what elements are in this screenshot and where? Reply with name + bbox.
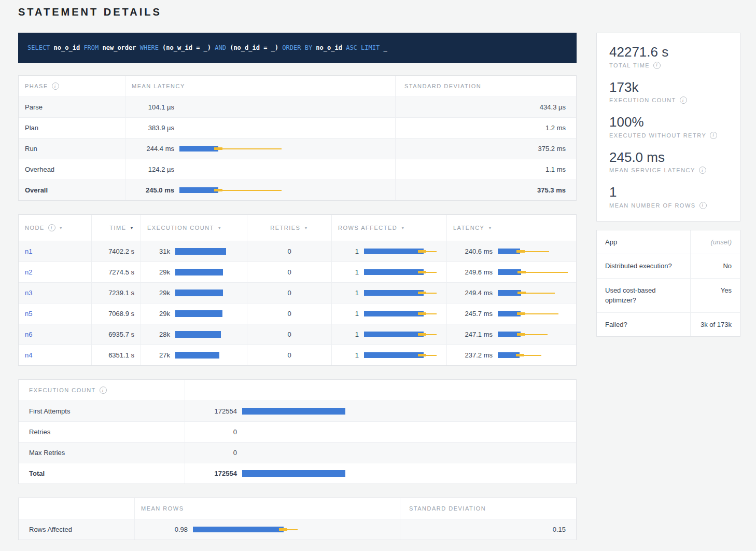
latency-column-header[interactable]: LATENCY ▼ bbox=[446, 215, 576, 241]
phase-name-cell: Overall bbox=[19, 180, 125, 200]
exec-row-label: Max Retries bbox=[29, 449, 65, 457]
sql-token: WHERE bbox=[140, 44, 162, 51]
mean-bar bbox=[175, 269, 223, 276]
mean-latency-column-header: MEAN LATENCY bbox=[125, 76, 395, 97]
phase-column-header: PHASE i bbox=[19, 76, 125, 97]
sort-arrow-icon[interactable]: ▼ bbox=[401, 226, 405, 230]
info-icon[interactable]: i bbox=[699, 202, 707, 209]
stat-label-text: MEAN SERVICE LATENCY bbox=[609, 167, 695, 173]
node-row: n6 6935.7 s 28k 0 1 247.1 ms bbox=[19, 324, 576, 345]
latency-bar-chart bbox=[179, 104, 389, 110]
statement-details-page: STATEMENT DETAILS SELECT no_o_id FROM ne… bbox=[0, 6, 756, 551]
stat-label-text: EXECUTION COUNT bbox=[609, 97, 676, 103]
sort-arrow-icon[interactable]: ▼ bbox=[130, 226, 134, 230]
exec-row-value-cell: 172554 bbox=[185, 401, 576, 421]
info-icon[interactable]: i bbox=[52, 82, 59, 90]
execution-count-header-spacer bbox=[185, 380, 576, 401]
latency-bar bbox=[498, 311, 570, 316]
execution-count-table: EXECUTION COUNT i First Attempts 172554 … bbox=[18, 379, 577, 484]
execution-count-column-header[interactable]: EXECUTION COUNT ▼ bbox=[141, 215, 247, 241]
mean-bar bbox=[179, 187, 218, 193]
phase-table-header: PHASE i MEAN LATENCY STANDARD DEVIATION bbox=[19, 76, 576, 97]
node-link[interactable]: n1 bbox=[25, 247, 32, 255]
mean-latency-value: 104.1 µs bbox=[132, 103, 174, 111]
latency-cell: 237.2 ms bbox=[446, 345, 576, 365]
stat-total-time: 42271.6 s TOTAL TIMEi bbox=[609, 44, 727, 69]
time-header-label: TIME bbox=[109, 225, 126, 231]
node-column-header[interactable]: NODE i ▼ bbox=[19, 215, 91, 241]
retries-header-label: RETRIES bbox=[270, 225, 300, 231]
mean-latency-header-label: MEAN LATENCY bbox=[132, 83, 185, 89]
sort-arrow-icon[interactable]: ▼ bbox=[218, 226, 222, 230]
latency-value: 240.6 ms bbox=[453, 247, 493, 255]
rows-affected-cell: 1 bbox=[331, 324, 446, 345]
node-row: n5 7068.9 s 29k 0 1 245.7 ms bbox=[19, 303, 576, 324]
node-link[interactable]: n3 bbox=[25, 289, 32, 297]
mean-tick bbox=[418, 292, 426, 294]
node-link[interactable]: n4 bbox=[25, 351, 32, 359]
execution-count-bar bbox=[175, 352, 241, 359]
page-title: STATEMENT DETAILS bbox=[18, 6, 756, 18]
execution-count-bar bbox=[175, 248, 241, 255]
mean-latency-cell: 124.2 µs bbox=[125, 159, 395, 180]
info-icon[interactable]: i bbox=[100, 387, 107, 394]
rows-affected-column-header[interactable]: ROWS AFFECTED ▼ bbox=[331, 215, 446, 241]
info-icon[interactable]: i bbox=[699, 167, 706, 174]
info-icon[interactable]: i bbox=[653, 62, 661, 69]
retries-cell: 0 bbox=[247, 345, 331, 365]
retries-column-header[interactable]: RETRIES ▼ bbox=[247, 215, 331, 241]
info-icon[interactable]: i bbox=[48, 224, 55, 231]
sql-token: no_o_id bbox=[54, 44, 84, 51]
mean-tick bbox=[517, 312, 525, 315]
phase-row: Parse 104.1 µs 434.3 µs bbox=[19, 97, 576, 117]
info-icon[interactable]: i bbox=[680, 97, 687, 104]
mean-tick bbox=[279, 528, 287, 531]
stat-executed-without-retry: 100% EXECUTED WITHOUT RETRYi bbox=[609, 114, 727, 139]
stat-mean-service-latency: 245.0 ms MEAN SERVICE LATENCYi bbox=[609, 149, 727, 174]
mean-latency-value: 383.9 µs bbox=[132, 124, 174, 132]
mean-tick bbox=[418, 271, 426, 273]
latency-cell: 249.4 ms bbox=[446, 283, 576, 303]
phase-table: PHASE i MEAN LATENCY STANDARD DEVIATION … bbox=[18, 75, 577, 201]
info-icon[interactable]: i bbox=[710, 132, 717, 139]
exec-row-value-cell: 0 bbox=[185, 422, 576, 442]
stat-value: 1 bbox=[609, 184, 727, 201]
stat-label-text: MEAN NUMBER OF ROWS bbox=[609, 202, 696, 209]
sort-arrow-icon[interactable]: ▼ bbox=[59, 226, 63, 230]
time-value: 6351.1 s bbox=[108, 351, 134, 359]
sort-arrow-icon[interactable]: ▼ bbox=[304, 226, 308, 230]
latency-bar bbox=[498, 269, 570, 275]
rows-affected-row: Rows Affected 0.98 0.15 bbox=[19, 519, 576, 540]
latency-bar-chart bbox=[179, 125, 389, 131]
exec-row-label: Retries bbox=[29, 428, 50, 436]
node-link[interactable]: n6 bbox=[25, 330, 32, 338]
stat-label: MEAN NUMBER OF ROWSi bbox=[609, 202, 727, 209]
rows-affected-label: Rows Affected bbox=[29, 526, 72, 533]
detail-label: Used cost-based optimizer? bbox=[597, 279, 690, 312]
phase-row: Plan 383.9 µs 1.2 ms bbox=[19, 117, 576, 138]
latency-value: 249.6 ms bbox=[453, 268, 493, 276]
detail-label: Distributed execution? bbox=[597, 254, 690, 278]
mean-rows-header-label: MEAN ROWS bbox=[141, 505, 184, 512]
mean-tick bbox=[418, 250, 426, 253]
stddev-cell: 375.2 ms bbox=[395, 139, 576, 159]
phase-name: Overhead bbox=[25, 166, 54, 173]
mean-tick bbox=[517, 271, 526, 273]
detail-value: (unset) bbox=[690, 230, 740, 254]
stat-mean-number-of-rows: 1 MEAN NUMBER OF ROWSi bbox=[609, 184, 727, 209]
mean-bar bbox=[179, 146, 218, 151]
node-header-label: NODE bbox=[25, 225, 45, 231]
execution-count-cell: 29k bbox=[141, 262, 247, 282]
sort-arrow-icon[interactable]: ▼ bbox=[488, 226, 492, 230]
time-column-header[interactable]: TIME ▼ bbox=[91, 215, 141, 241]
latency-value: 247.1 ms bbox=[453, 330, 493, 338]
detail-value: No bbox=[690, 254, 740, 278]
latency-cell: 249.6 ms bbox=[446, 262, 576, 282]
node-link[interactable]: n2 bbox=[25, 268, 32, 276]
time-cell: 7402.2 s bbox=[91, 241, 141, 261]
mean-latency-cell: 245.0 ms bbox=[125, 180, 395, 200]
detail-row-failed: Failed? 3k of 173k bbox=[597, 312, 740, 337]
latency-value: 237.2 ms bbox=[453, 351, 493, 359]
node-link[interactable]: n5 bbox=[25, 310, 32, 318]
exec-row-value: 172554 bbox=[191, 470, 237, 477]
